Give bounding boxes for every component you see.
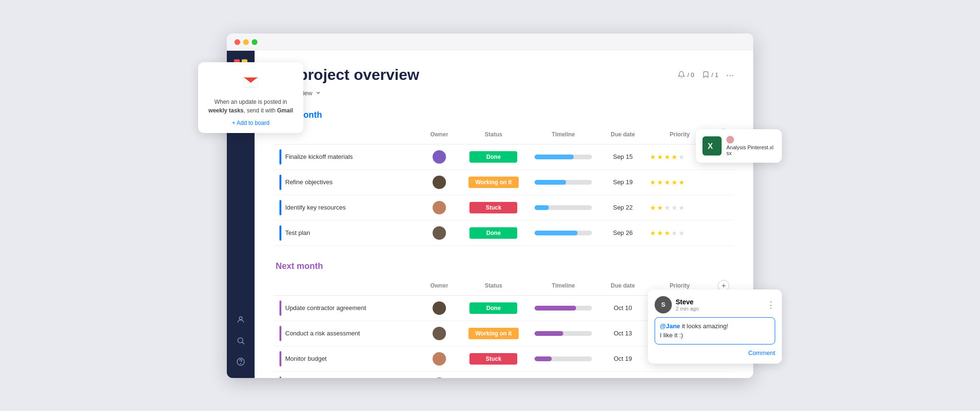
this-month-section: This month Owner Status Timeline Due dat… [274, 110, 734, 246]
window-controls-bar [227, 33, 753, 51]
timeline-bar [535, 231, 592, 235]
task-name: Finalize kickoff materials [285, 153, 353, 160]
star-5: ★ [679, 178, 685, 186]
task-bar [279, 175, 281, 190]
svg-line-8 [242, 342, 244, 344]
task-name-cell: Update contractor agreement [274, 295, 419, 321]
task-priority-cell: ★★★★★ [646, 169, 713, 195]
bookmark-button[interactable]: / 1 [702, 71, 718, 78]
task-bar [279, 377, 281, 378]
notification-button[interactable]: / 0 [678, 71, 694, 78]
timeline-bar [535, 356, 592, 361]
star-1: ★ [650, 153, 656, 161]
col-timeline: Timeline [527, 126, 600, 144]
star-5: ★ [679, 153, 685, 161]
task-status-cell: Done [460, 371, 527, 378]
task-duedate-cell: Oct 10 [600, 295, 646, 321]
col-task-name-2 [274, 277, 419, 296]
table-row: Test plan Done Sep 26 ★★★★★ [274, 220, 734, 245]
window-maximize-button[interactable] [252, 39, 257, 45]
avatar [433, 201, 446, 214]
task-name: Monitor budget [285, 355, 327, 362]
star-1: ★ [650, 178, 656, 186]
more-options-button[interactable]: ··· [726, 69, 734, 80]
timeline-fill [535, 306, 576, 311]
gmail-integration-card: When an update is posted in weekly tasks… [198, 62, 303, 133]
task-owner-cell [419, 220, 460, 245]
sidebar-item-help[interactable] [232, 353, 249, 370]
task-duedate-cell: Sep 19 [600, 169, 646, 195]
avatar [433, 352, 446, 366]
timeline-bar [535, 205, 592, 210]
excel-icon: X [702, 136, 722, 156]
star-2: ★ [657, 178, 663, 186]
task-owner-cell [419, 195, 460, 220]
col-duedate: Due date [600, 126, 646, 144]
comment-card: S Steve 2 min ago ⋮ @Jane it looks amazi… [648, 289, 782, 364]
status-badge: Done [469, 227, 517, 239]
excel-user-avatar [726, 136, 734, 144]
this-month-header-row: Owner Status Timeline Due date Priority … [274, 126, 734, 144]
star-3: ★ [664, 178, 670, 186]
task-bar [279, 200, 281, 215]
task-timeline-cell [527, 169, 600, 195]
window-close-button[interactable] [234, 39, 240, 45]
due-date: Oct 13 [613, 330, 632, 337]
task-priority-cell: ★★★★★ [646, 195, 713, 220]
task-name-cell: Monitor budget [274, 346, 419, 371]
comment-button[interactable]: Comment [748, 349, 775, 356]
task-name-cell: Conduct a risk assessment [274, 321, 419, 346]
task-status-cell: Stuck [460, 195, 527, 220]
task-extra-cell [713, 371, 734, 378]
task-duedate-cell: Sep 26 [600, 220, 646, 245]
status-badge: Stuck [469, 202, 517, 213]
task-name-cell: Develop communication plan [274, 371, 419, 378]
task-status-cell: Working on it [460, 321, 527, 346]
gmail-card-text: When an update is posted in weekly tasks… [206, 98, 296, 115]
gmail-icon [240, 72, 261, 93]
col-owner: Owner [419, 126, 460, 144]
due-date: Oct 19 [613, 355, 632, 362]
task-duedate-cell: Oct 22 [600, 371, 646, 378]
star-5: ★ [679, 229, 685, 237]
timeline-fill [535, 205, 549, 210]
task-name: Refine objectives [285, 178, 333, 186]
svg-text:X: X [708, 142, 713, 150]
task-owner-cell [419, 346, 460, 371]
col-owner-2: Owner [419, 277, 460, 296]
task-timeline-cell [527, 144, 600, 169]
star-3: ★ [664, 153, 670, 161]
status-badge: Working on it [468, 328, 518, 339]
window-minimize-button[interactable] [243, 39, 249, 45]
star-3: ★ [664, 229, 670, 237]
avatar [433, 327, 446, 340]
due-date: Sep 15 [613, 153, 633, 160]
star-4: ★ [671, 204, 678, 211]
table-row: Develop communication plan Done Oct 22 ★… [274, 371, 734, 378]
avatar [433, 150, 446, 164]
comment-username: Steve [676, 298, 699, 306]
timeline-fill [535, 155, 574, 159]
bookmark-count: / 1 [712, 71, 718, 78]
task-priority-cell: ★★★★★ [646, 371, 713, 378]
status-badge: Done [469, 302, 517, 314]
star-4: ★ [671, 229, 678, 237]
comment-body: @Jane it looks amazing!I like it :) [655, 317, 775, 344]
comment-options-icon[interactable]: ⋮ [767, 300, 775, 310]
add-to-board-button[interactable]: + Add to board [206, 120, 296, 126]
star-4: ★ [671, 153, 678, 161]
task-timeline-cell [527, 220, 600, 245]
sidebar-item-users[interactable] [232, 311, 249, 328]
timeline-fill [535, 231, 578, 235]
star-1: ★ [650, 204, 656, 211]
notification-count: / 0 [687, 71, 694, 78]
comment-user: S Steve 2 min ago [655, 296, 699, 313]
task-name-cell: Test plan [274, 220, 419, 245]
status-badge: Working on it [468, 177, 518, 188]
task-duedate-cell: Oct 13 [600, 321, 646, 346]
sidebar-item-search[interactable] [232, 332, 249, 349]
task-timeline-cell [527, 371, 600, 378]
col-status: Status [460, 126, 527, 144]
task-timeline-cell [527, 195, 600, 220]
excel-file-card: X Analysis Pinterest.xlsx [696, 129, 782, 163]
